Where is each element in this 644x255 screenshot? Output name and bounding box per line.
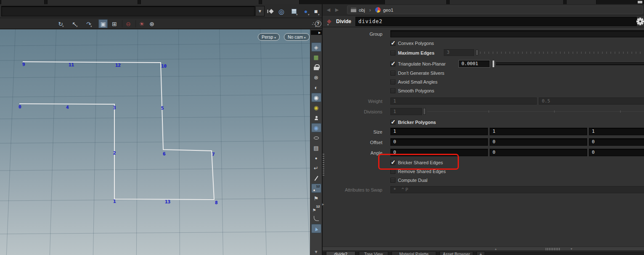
viewport-options-icon[interactable]: ⊛ (147, 19, 156, 28)
breadcrumb-obj[interactable]: obj (359, 8, 365, 13)
pane-splitter-grip[interactable] (323, 154, 324, 176)
group-input[interactable] (390, 30, 644, 37)
pane-tab-material-palette[interactable]: Material Palette (392, 251, 436, 255)
vertex-number-label: 5 (161, 105, 164, 111)
wireframe-quality-icon[interactable]: ▦ (311, 53, 321, 62)
horizontal-splitter-bar[interactable]: ▲ ▼ (323, 247, 644, 251)
offset-y-input[interactable]: 0 (490, 138, 587, 146)
normal-lighting-icon[interactable]: ◉ (311, 93, 321, 102)
offset-z-input[interactable]: 0 (589, 138, 644, 146)
splitter-grip[interactable] (546, 248, 561, 250)
top-tab[interactable] (47, 0, 138, 4)
pin-icon[interactable] (267, 7, 276, 16)
triangulate-input[interactable]: 0.0001 (458, 60, 490, 68)
triangulate-label: Triangulate Non-Planar (398, 61, 445, 66)
pane-tab-tree-view[interactable]: Tree View (359, 251, 388, 255)
pane-splitter-arrow-icon[interactable]: ▸ (322, 202, 324, 206)
top-tab[interactable] (140, 0, 259, 4)
top-tab[interactable] (1, 0, 45, 4)
show-handles-tool-icon[interactable]: ▣ (98, 19, 108, 28)
background-square-icon[interactable]: ■▾ (311, 7, 321, 16)
splitter-down-icon[interactable]: ▼ (570, 247, 573, 250)
angle-y-input[interactable]: 0 (490, 149, 587, 156)
nav-forward-icon[interactable]: ▶ (334, 7, 340, 13)
slivers-checkbox[interactable] (390, 71, 395, 76)
smooth-polygons-checkbox[interactable] (390, 88, 395, 93)
bricker-polygons-label: Bricker Polygons (398, 120, 436, 125)
triangulate-slider-track[interactable] (496, 63, 644, 65)
bricker-polygons-checkbox[interactable] (390, 120, 395, 125)
divisions-slider-track[interactable] (427, 111, 644, 112)
splitter-up-icon[interactable]: ▲ (494, 247, 497, 250)
gear-icon[interactable] (636, 18, 644, 25)
camera-menu-button[interactable]: No cam ▾ (284, 33, 310, 41)
divisions-input[interactable]: 1 (390, 108, 422, 115)
perspective-menu-button[interactable]: Persp ▾ (258, 33, 280, 41)
display-points-icon[interactable]: ● (311, 153, 321, 163)
maximum-edges-slider-handle[interactable] (476, 50, 478, 55)
pane-tab-asset-browser[interactable]: Asset Browser (440, 251, 473, 255)
nav-back-icon[interactable]: ◀ (325, 7, 332, 13)
top-tab[interactable] (566, 0, 596, 4)
small-angles-checkbox[interactable] (390, 79, 395, 84)
materials-icon[interactable]: ◉ (311, 123, 321, 132)
point-normals-icon[interactable] (311, 174, 321, 183)
dynamics-icon[interactable]: ☀ (137, 19, 146, 28)
box-zoom-tool-icon[interactable]: ⊞ (110, 19, 119, 28)
headlight-icon[interactable]: ◐ (311, 83, 321, 92)
size-x-input[interactable]: 1 (390, 128, 488, 135)
pane-tab-divide2[interactable]: divide2 (326, 251, 355, 255)
profile-curves-icon[interactable] (311, 214, 321, 223)
top-tab[interactable] (262, 0, 299, 4)
angle-z-input[interactable]: 0 (589, 149, 644, 156)
move-tool-icon[interactable]: ↷▾ (84, 19, 93, 28)
attributes-swap-input[interactable]: * ^P (390, 186, 644, 193)
operation-combo-input[interactable] (1, 6, 255, 16)
top-tab[interactable] (449, 0, 564, 4)
shadows-icon[interactable] (311, 113, 321, 122)
point-trails-icon[interactable]: ↵ (311, 163, 321, 173)
top-tab[interactable] (384, 0, 447, 4)
node-dropdown-icon[interactable]: ▾ (327, 23, 329, 26)
select-tool-icon[interactable]: ↖▾ (70, 19, 79, 28)
view-tool-icon[interactable]: ↻▾ (56, 19, 65, 28)
prim-normals-icon[interactable]: ⚑ (311, 194, 321, 203)
geometry-info-icon[interactable]: ▤ (311, 143, 321, 152)
maximum-edges-slider-track[interactable] (480, 52, 644, 54)
combo-dropdown-button[interactable]: ▼ (255, 6, 265, 16)
shading-mode-icon[interactable]: ◈ (311, 42, 321, 52)
help-icon[interactable]: ? (313, 19, 323, 28)
strip-scrollbar[interactable]: ▶ (311, 30, 322, 35)
node-name-input[interactable]: divide2 (355, 17, 637, 26)
convex-polygons-checkbox[interactable] (390, 41, 395, 46)
strip-scroll-down-icon[interactable]: ▼ (314, 250, 318, 254)
lock-camera-icon[interactable] (311, 63, 321, 72)
triangulate-checkbox[interactable] (390, 61, 395, 66)
convex-polygons-label: Convex Polygons (398, 41, 434, 46)
scene-viewport[interactable]: 911121004352671138 Persp ▾ No cam ▾ ▶ ◈ … (0, 29, 322, 255)
vertex-number-label: 10 (161, 63, 167, 69)
breadcrumb-geo1[interactable]: geo1 (383, 8, 393, 13)
divisions-slider-handle[interactable] (423, 108, 426, 115)
high-quality-lighting-icon[interactable]: ◉ (311, 103, 321, 112)
display-particles-icon[interactable]: ▲ (311, 224, 321, 233)
point-numbers-icon[interactable]: 12 (311, 184, 321, 193)
size-z-input[interactable]: 1 (589, 128, 644, 135)
no-lighting-icon[interactable]: ⊗ (311, 73, 321, 82)
render-target-icon[interactable]: ◎ (277, 7, 286, 16)
maximum-edges-input[interactable]: 3 (444, 49, 474, 56)
weight-input-2[interactable]: 0.5 (539, 97, 644, 105)
geometry-cube-icon[interactable]: ▾ (289, 7, 299, 16)
triangulate-slider-handle[interactable] (492, 60, 495, 68)
weight-input-1[interactable]: 1 (390, 97, 537, 105)
compute-dual-checkbox[interactable] (390, 178, 395, 183)
top-tab-strip (0, 0, 644, 4)
snapping-icon[interactable]: ⊖ (124, 19, 133, 28)
pane-tab--[interactable]: + (477, 251, 485, 255)
shaded-sphere-icon[interactable]: ●▾ (301, 7, 310, 16)
maximum-edges-checkbox[interactable] (390, 50, 395, 55)
prim-numbers-icon[interactable]: 12⚑ (311, 204, 321, 213)
offset-x-input[interactable]: 0 (390, 138, 488, 146)
size-y-input[interactable]: 1 (490, 128, 587, 135)
visualizers-icon[interactable] (311, 133, 321, 142)
